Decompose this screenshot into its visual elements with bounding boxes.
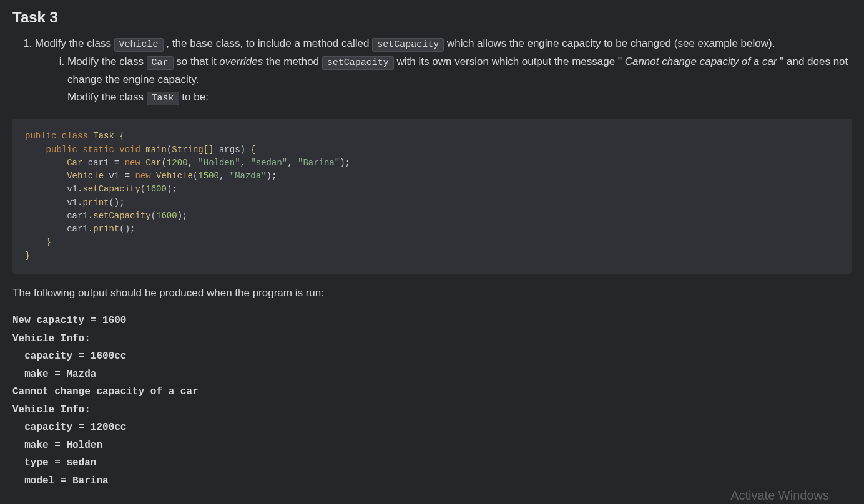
- text: Modify the class: [67, 91, 147, 103]
- text: which allows the engine capacity to be c…: [447, 37, 775, 49]
- id-car1: car1: [88, 158, 109, 168]
- expected-output: New capacity = 1600 Vehicle Info: capaci…: [12, 312, 852, 490]
- inline-code-vehicle: Vehicle: [114, 38, 164, 52]
- text: Modify the class: [35, 37, 114, 49]
- num-1200: 1200: [167, 158, 188, 168]
- id-print: print: [82, 198, 109, 208]
- kw-public: public: [25, 131, 56, 141]
- document-page: Task 3 Modify the class Vehicle , the ba…: [0, 0, 864, 490]
- text: with its own version which output the me…: [397, 56, 622, 67]
- kw-new: new: [135, 171, 150, 181]
- text: the method: [266, 56, 322, 67]
- id-car1: car1: [67, 224, 88, 234]
- kw-static: static: [82, 145, 114, 155]
- code-block: public class Task { public static void m…: [12, 119, 852, 274]
- id-car1: car1: [67, 211, 88, 221]
- kw-void: void: [119, 145, 140, 155]
- outro-text: The following output should be produced …: [12, 285, 852, 301]
- sub-paragraph: Modify the class Task to be:: [67, 89, 852, 107]
- str-holden: "Holden": [198, 158, 240, 168]
- type-car: Car: [145, 158, 161, 168]
- inline-code-setcapacity-2: setCapacity: [322, 56, 394, 70]
- text: so that it: [176, 56, 219, 67]
- kw-new: new: [125, 158, 140, 168]
- type-car: Car: [67, 158, 82, 168]
- id-print: print: [93, 224, 119, 234]
- text: , the base class, to include a method ca…: [166, 37, 372, 49]
- id-v1: v1: [109, 171, 119, 181]
- id-v1: v1: [67, 198, 77, 208]
- inline-code-task: Task: [147, 92, 179, 105]
- type-string: String: [172, 145, 203, 155]
- list-item-sub-1: Modify the class Car so that it override…: [67, 53, 852, 107]
- id-main: main: [145, 145, 167, 155]
- emphasis-overrides: overrides: [219, 56, 263, 67]
- page-title: Task 3: [12, 9, 852, 26]
- num-1600: 1600: [156, 211, 177, 221]
- ordered-list-sub: Modify the class Car so that it override…: [54, 53, 852, 107]
- str-mazda: "Mazda": [230, 171, 267, 181]
- id-setcapacity: setCapacity: [93, 211, 150, 221]
- type-task: Task: [93, 131, 114, 141]
- windows-activation-watermark: Activate Windows: [730, 488, 829, 503]
- type-vehicle: Vehicle: [156, 171, 193, 181]
- id-args: args: [219, 145, 240, 155]
- text: Modify the class: [67, 56, 147, 67]
- list-item-1: Modify the class Vehicle , the base clas…: [35, 35, 852, 106]
- num-1600: 1600: [145, 184, 167, 194]
- kw-class: class: [62, 131, 88, 141]
- ordered-list-top: Modify the class Vehicle , the base clas…: [21, 35, 852, 106]
- num-1500: 1500: [198, 171, 219, 181]
- inline-code-setcapacity: setCapacity: [372, 38, 444, 52]
- emphasis-cannot-change: Cannot change capacity of a car: [625, 56, 777, 67]
- str-sedan: "sedan": [250, 158, 287, 168]
- type-vehicle: Vehicle: [67, 171, 104, 181]
- inline-code-car: Car: [147, 56, 174, 70]
- text: to be:: [182, 91, 209, 103]
- kw-public: public: [46, 145, 77, 155]
- id-setcapacity: setCapacity: [82, 184, 140, 194]
- str-barina: "Barina": [298, 158, 340, 168]
- id-v1: v1: [67, 184, 77, 194]
